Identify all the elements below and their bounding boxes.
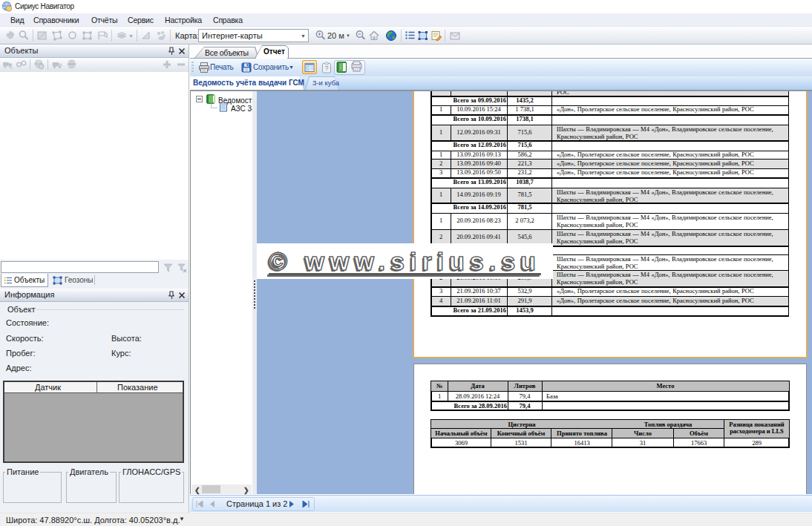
- svg-text:?: ?: [324, 65, 328, 72]
